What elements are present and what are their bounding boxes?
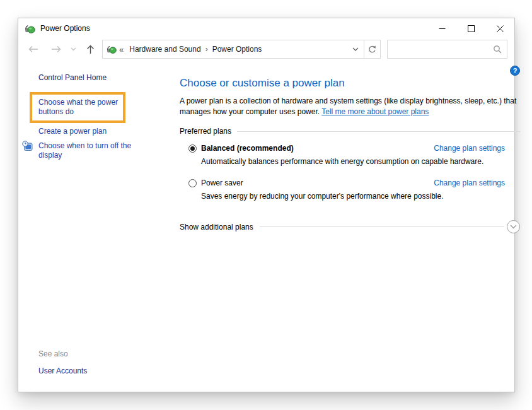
tell-me-more-link[interactable]: Tell me more about power plans — [321, 107, 429, 116]
sidebar-item-control-panel-home[interactable]: Control Panel Home — [38, 73, 133, 82]
show-additional-plans-label: Show additional plans — [180, 223, 253, 231]
close-button[interactable] — [485, 18, 514, 38]
refresh-button[interactable] — [364, 40, 381, 59]
page-description: A power plan is a collection of hardware… — [180, 96, 520, 117]
sidebar: Control Panel Home Choose what the power… — [18, 62, 162, 392]
search-box — [387, 40, 507, 59]
forward-button[interactable] — [49, 45, 64, 53]
sidebar-item-turn-off-display-row[interactable]: Choose when to turn off the display — [22, 141, 162, 160]
sidebar-item-choose-power-buttons[interactable]: Choose what the power buttons do — [38, 98, 138, 117]
sidebar-item-create-power-plan[interactable]: Create a power plan — [38, 127, 138, 136]
power-saver-change-plan-settings-link[interactable]: Change plan settings — [434, 179, 505, 187]
up-arrow-icon — [86, 45, 95, 54]
search-input[interactable] — [393, 44, 493, 54]
highlight-annotation-box: Choose what the power buttons do — [30, 92, 125, 123]
balanced-plan-description: Automatically balances performance with … — [201, 157, 520, 166]
plan-power-saver: Power saver Change plan settings Saves e… — [188, 179, 520, 201]
see-also-label: See also — [38, 349, 162, 358]
help-button[interactable]: ? — [510, 66, 520, 76]
power-options-icon — [107, 44, 117, 54]
chevron-down-icon — [352, 47, 359, 52]
plan-row-power-saver: Power saver Change plan settings — [188, 179, 520, 187]
refresh-icon — [367, 45, 377, 54]
page-title: Choose or customise a power plan — [180, 77, 520, 90]
close-icon — [497, 25, 504, 32]
window-title: Power Options — [40, 24, 90, 33]
navigation-bar: « Hardware and Sound › Power Options — [18, 38, 514, 62]
title-bar: Power Options — [18, 18, 514, 38]
back-arrow-icon — [28, 45, 38, 53]
up-button[interactable] — [84, 45, 97, 54]
power-saver-radio[interactable] — [188, 179, 197, 187]
help-icon: ? — [513, 67, 518, 74]
address-bar[interactable]: « Hardware and Sound › Power Options — [102, 40, 364, 59]
recent-pages-button[interactable] — [68, 47, 79, 51]
preferred-plans-label: Preferred plans — [180, 127, 231, 136]
breadcrumb-overflow[interactable]: « — [117, 45, 126, 54]
chevron-down-icon — [510, 225, 517, 229]
expand-additional-plans-button[interactable] — [507, 220, 520, 233]
balanced-radio[interactable] — [188, 144, 197, 153]
minimize-button[interactable] — [427, 18, 456, 38]
show-additional-plans-row: Show additional plans — [180, 220, 520, 233]
breadcrumb-item-hardware-and-sound[interactable]: Hardware and Sound — [126, 45, 204, 54]
sidebar-item-user-accounts[interactable]: User Accounts — [38, 366, 162, 375]
plans-list: Balanced (recommended) Change plan setti… — [180, 144, 520, 201]
power-saver-plan-label[interactable]: Power saver — [201, 179, 243, 187]
plan-balanced: Balanced (recommended) Change plan setti… — [188, 144, 520, 166]
minimize-icon — [439, 25, 446, 32]
power-saver-plan-description: Saves energy by reducing your computer's… — [201, 192, 520, 201]
preferred-plans-group-header: Preferred plans — [180, 127, 520, 136]
breadcrumb-separator[interactable]: › — [204, 45, 209, 54]
search-icon — [493, 45, 502, 54]
display-timeout-icon — [22, 141, 33, 151]
main-area: Control Panel Home Choose what the power… — [18, 62, 514, 392]
maximize-button[interactable] — [456, 18, 485, 38]
plan-row-balanced: Balanced (recommended) Change plan setti… — [188, 144, 520, 153]
see-also-section: See also User Accounts — [38, 349, 162, 375]
balanced-change-plan-settings-link[interactable]: Change plan settings — [434, 144, 505, 153]
sidebar-item-turn-off-display[interactable]: Choose when to turn off the display — [38, 141, 138, 160]
chevron-down-icon — [71, 47, 76, 51]
maximize-icon — [468, 25, 475, 32]
forward-arrow-icon — [51, 45, 61, 53]
group-divider-line — [237, 131, 520, 132]
breadcrumb-item-power-options[interactable]: Power Options — [209, 45, 265, 54]
additional-plans-divider-line — [260, 226, 504, 227]
power-options-window: Power Options — [18, 18, 515, 392]
address-dropdown-button[interactable] — [347, 40, 364, 58]
back-button[interactable] — [26, 45, 41, 53]
caption-buttons — [427, 18, 514, 38]
balanced-plan-label[interactable]: Balanced (recommended) — [201, 144, 294, 153]
power-options-icon — [25, 23, 35, 34]
content-pane: ? Choose or customise a power plan A pow… — [162, 62, 527, 392]
